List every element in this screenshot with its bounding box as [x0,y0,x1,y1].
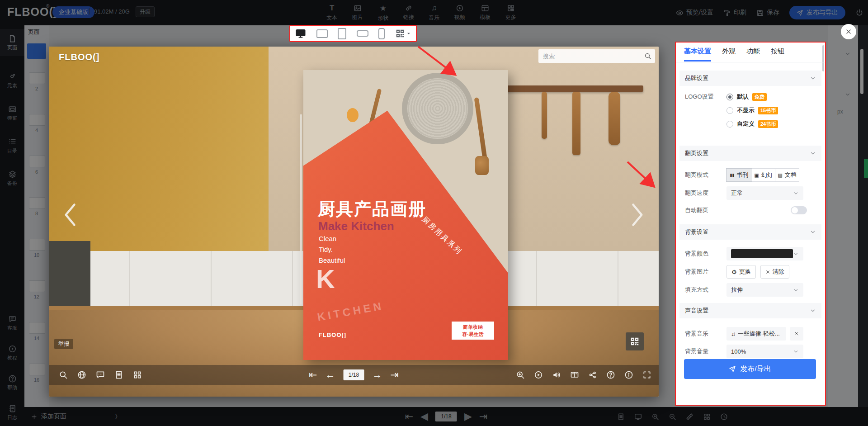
section-flip-settings[interactable]: 翻页设置 [679,146,821,161]
fullscreen-icon[interactable] [642,370,651,379]
preview-player-toolbar: ⇤ ← 1/18 → ⇥ [49,365,659,385]
preview-search-bar[interactable] [538,49,655,63]
bg-volume-dropdown[interactable]: 100% [726,345,803,358]
chevron-down-icon [810,229,816,235]
player-page-indicator[interactable]: 1/18 [344,369,364,380]
close-preview-button[interactable] [841,24,856,39]
last-page-icon[interactable]: ⇥ [391,370,399,380]
bg-volume-row: 背景音量 100% [685,345,807,358]
free-badge: 免费 [752,93,767,101]
cover-egg-photo [347,108,359,122]
device-preview-bar [289,25,417,42]
section-brand-settings[interactable]: 品牌设置 [679,71,821,86]
flipbook-mode-icon[interactable] [570,370,579,379]
chevron-down-icon [793,251,799,257]
chevron-down-icon [793,349,799,355]
publish-export-panel-button[interactable]: 发布/导出 [684,359,816,379]
fill-mode-row: 填充方式 拉伸 [685,283,807,297]
logo-setting-label: LOGO设置 [685,93,726,101]
chevron-down-icon [810,150,816,156]
info-icon[interactable] [624,370,633,379]
first-page-icon[interactable]: ⇤ [309,370,317,380]
zoom-in-icon[interactable] [516,370,525,379]
player-tools-left [59,370,142,379]
chevron-down-icon [793,190,799,196]
flip-mode-slide[interactable]: ▣ 幻灯 [752,168,775,182]
autoplay-icon[interactable] [534,370,543,379]
phone-landscape-preview-icon[interactable] [357,30,368,37]
app-root: FLBOO(] ® 企业基础版 | 91.02M / 20G 升级 T 文本 图… [0,0,868,426]
search-icon[interactable] [644,52,651,60]
qr-preview-button[interactable] [395,28,411,38]
slide-mode-icon: ▣ [754,173,759,178]
bg-image-row: 背景图片 ⚙ 更换 清除 [685,265,807,279]
desktop-preview-icon[interactable] [295,28,306,39]
cover-tagline: Clean [319,235,336,242]
chevron-down-icon [810,308,816,314]
volume-icon[interactable] [552,370,561,379]
share-icon[interactable] [588,370,597,379]
x-icon [765,270,770,275]
tab-basic-settings[interactable]: 基本设置 [684,47,711,62]
tablet-portrait-preview-icon[interactable] [338,28,346,39]
cover-strainer-photo [402,73,473,144]
radio-hidden[interactable] [726,107,733,114]
bg-color-swatch [731,249,793,258]
bg-color-picker[interactable] [726,247,803,260]
section-sound-settings[interactable]: 声音设置 [679,303,821,318]
prev-spread-arrow[interactable] [61,201,81,228]
flip-mode-row: 翻页模式 ▮▮ 书刊 ▣ 幻灯 ▤ 文档 [685,168,807,182]
flip-mode-document[interactable]: ▤ 文档 [775,168,799,182]
auto-flip-toggle[interactable] [791,206,807,214]
book-cover[interactable]: 厨具产品画册 Make Kitchen Clean Tidy. Beautifu… [303,70,508,360]
chevron-down-icon [406,31,411,36]
logo-option-default: LOGO设置 默认 免费 [685,91,807,102]
next-page-icon[interactable]: → [373,370,382,380]
cover-subtitle: Make Kitchen [318,219,394,233]
section-background-settings[interactable]: 背景设置 [679,224,821,240]
catalog-icon[interactable] [114,370,123,379]
coin-badge: 15书币 [758,107,778,114]
language-globe-icon[interactable] [77,370,86,379]
scene-utensil [572,92,580,155]
tab-appearance[interactable]: 外观 [722,47,736,60]
scene-wall-left [49,47,269,251]
thumbnails-grid-icon[interactable] [133,370,142,379]
next-spread-arrow[interactable] [626,201,647,228]
bg-music-field[interactable]: ♫ 一些旋律-轻松... [726,327,786,341]
cover-utensil-photo [475,156,489,175]
prev-page-icon[interactable]: ← [326,370,335,380]
close-icon [845,28,852,35]
comment-icon[interactable] [96,370,105,379]
chevron-down-icon [810,75,816,81]
x-icon [794,331,799,336]
search-input[interactable] [542,52,642,60]
flip-speed-dropdown[interactable]: 正常 [726,186,803,200]
fill-mode-dropdown[interactable]: 拉伸 [726,283,803,297]
coin-badge: 24书币 [758,120,778,128]
preview-logo: FLBOO(] [59,52,99,62]
settings-tabs: 基本设置 外观 功能 按钮 [676,47,825,62]
player-page-navigation: ⇤ ← 1/18 → ⇥ [309,369,399,380]
scene-utensil [542,92,547,139]
radio-custom[interactable] [726,121,733,128]
help-icon[interactable] [606,370,615,379]
music-note-icon: ♫ [731,331,736,337]
bg-image-clear-button[interactable]: 清除 [760,265,789,279]
scene-utensil [609,92,620,145]
flip-mode-book[interactable]: ▮▮ 书刊 [726,168,752,182]
report-tag[interactable]: 举报 [54,339,73,349]
search-icon[interactable] [59,370,68,379]
remove-music-button[interactable] [790,327,803,341]
player-tools-right [516,370,651,379]
tab-features[interactable]: 功能 [746,47,760,60]
auto-flip-row: 自动翻页 [685,204,807,216]
phone-portrait-preview-icon[interactable] [378,28,385,39]
radio-default[interactable] [726,94,733,100]
tablet-landscape-preview-icon[interactable] [316,29,328,38]
bg-image-change-button[interactable]: ⚙ 更换 [726,265,756,279]
cover-tagline: Beautiful [319,256,345,264]
flipbook-preview-modal: FLBOO(] 厨具产品画册 Make Kitchen Clean Tidy. [49,47,659,397]
tab-buttons[interactable]: 按钮 [771,47,784,60]
preview-qr-button[interactable] [626,332,644,350]
